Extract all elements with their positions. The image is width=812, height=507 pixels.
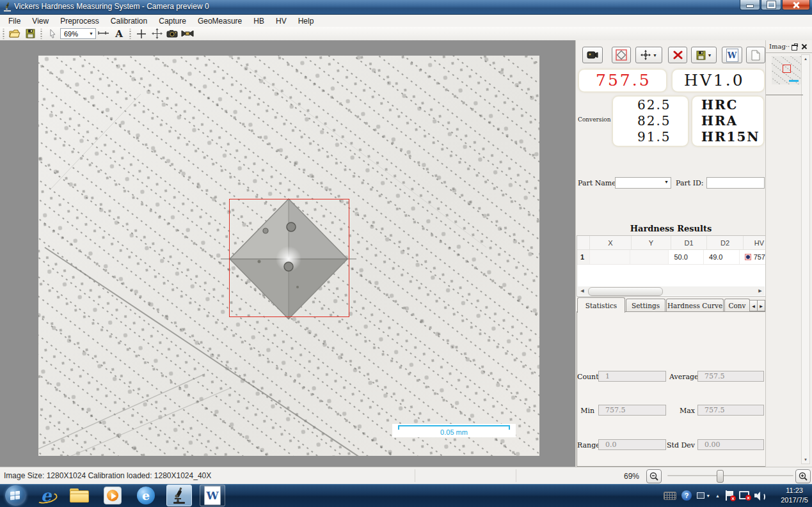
close-panel-icon[interactable] [801,43,808,51]
export-word-button[interactable]: W [722,47,742,63]
menu-file[interactable]: File [3,16,26,26]
scroll-left-icon[interactable]: ◀ [578,286,587,295]
new-document-button[interactable] [746,47,765,63]
crosshair-button[interactable] [134,27,148,40]
col-d2[interactable]: D2 [707,236,744,249]
zoom-slider-thumb[interactable] [717,470,724,483]
show-hidden-icons[interactable]: ▲ [715,494,720,498]
maximize-button[interactable] [761,0,781,10]
taskbar-word-icon[interactable]: W [200,485,225,506]
action-center-icon[interactable]: x [725,490,734,501]
taskbar-mediaplayer-icon[interactable] [100,485,125,506]
help-tray-icon[interactable]: ? [681,490,692,501]
menu-geomeasure[interactable]: GeoMeasure [192,16,248,26]
cell-y [630,250,669,264]
hv-scale: HV1.0 [684,71,745,90]
hscrollbar-thumb[interactable] [588,287,663,296]
conversion-value-hrc: 62.5 [637,97,671,113]
word-icon: W [726,49,738,62]
menu-preprocess[interactable]: Preprocess [54,16,105,26]
menu-help[interactable]: Help [292,16,320,26]
arrow-up-icon[interactable]: ▲ [802,55,809,63]
part-name-combo[interactable]: ▼ [615,177,671,189]
minimize-icon [746,4,754,8]
snapshot-button[interactable] [165,27,179,40]
move-icon [152,28,163,39]
min-label: Min [577,407,594,415]
toolbar-grip[interactable] [2,29,5,39]
menu-calibration[interactable]: Calibration [105,16,153,26]
toolbar-grip[interactable] [40,29,43,39]
tab-strip: Statistics Settings Hardness Curve Conv … [577,297,765,312]
move-stage-button[interactable] [150,27,164,40]
network-tray-icon[interactable]: x [739,491,749,500]
close-icon [792,2,800,8]
arrow-down-icon[interactable]: ▼ [802,456,809,464]
indentation-selection-box[interactable] [229,199,349,317]
browser-e-icon: e [137,487,155,504]
zoom-slider-track[interactable] [667,475,793,476]
delete-result-button[interactable] [668,47,687,63]
zoom-out-button[interactable] [646,469,662,483]
tab-statistics[interactable]: Statistics [577,297,625,313]
live-video-button[interactable] [582,47,603,63]
col-x[interactable]: X [590,236,632,249]
tab-scroll-right[interactable]: ▶ [757,300,765,311]
text-annotation-button[interactable]: A [112,27,126,40]
cursor-icon [49,29,57,38]
select-cursor-button[interactable] [45,27,60,40]
toolbar-grip[interactable] [129,29,132,39]
start-button[interactable] [5,485,26,506]
camera-image[interactable]: 0.05 mm [38,56,539,456]
tab-hardness-curve[interactable]: Hardness Curve [666,299,724,312]
image-thumbnail[interactable] [772,56,801,84]
col-d1[interactable]: D1 [671,236,707,249]
keyboard-tray-icon[interactable] [664,492,676,500]
table-hscrollbar[interactable]: ◀ ▶ [578,286,765,295]
table-row[interactable]: 1 50.0 49.0 757 [577,250,765,265]
taskbar-clock[interactable]: 11:23 2017/7/5 [781,486,808,505]
close-button[interactable] [782,0,810,10]
menu-view[interactable]: View [26,16,54,26]
conversion-units-box: HRC HRA HR15N [692,96,764,146]
zoom-in-button[interactable] [795,469,811,483]
part-id-input[interactable] [706,177,765,189]
measure-indent-button[interactable] [612,47,631,63]
stddev-label: Std Dev [664,441,695,449]
plus-icon [136,29,147,39]
results-table-title: Hardness Results [576,224,766,233]
tab-conversion[interactable]: Conv [724,299,750,312]
scroll-right-icon[interactable]: ▶ [756,286,765,295]
cell-d2: 49.0 [704,250,740,264]
menu-hv[interactable]: HV [270,16,292,26]
col-rownum[interactable] [577,236,590,249]
taskbar-explorer-icon[interactable] [67,485,92,506]
open-button[interactable] [8,27,22,40]
taskbar-browser-icon[interactable]: e [133,485,159,506]
taskbar-hardness-app-icon[interactable] [166,485,192,506]
taskbar-ie-icon[interactable]: e [33,485,59,506]
menu-capture[interactable]: Capture [153,16,192,26]
tab-settings[interactable]: Settings [626,299,665,312]
hv-status-icon [745,254,751,260]
video-capture-button[interactable] [180,27,195,40]
save-button[interactable] [23,27,37,40]
language-bar-icon[interactable]: ▼ [697,492,710,499]
col-hv[interactable]: HV [744,236,765,249]
conversion-value-hr15n: 91.5 [637,129,671,145]
col-y[interactable]: Y [632,236,671,249]
zoom-select[interactable]: 69% ▼ [60,28,96,39]
menu-hb[interactable]: HB [248,16,270,26]
save-results-button[interactable]: ▼ [691,47,717,63]
measure-length-button[interactable] [97,27,111,40]
delete-x-icon [673,51,683,59]
app-icon [3,2,13,12]
image-panel-scrollbar[interactable]: ▲ ▼ [801,54,810,464]
minimize-button[interactable] [740,0,760,10]
camera-viewport: 0.05 mm [0,40,575,467]
volume-tray-icon[interactable] [754,491,765,500]
media-player-icon [104,487,122,504]
float-panel-icon[interactable] [791,43,798,51]
conversion-unit-hrc: HRC [701,97,738,113]
auto-position-button[interactable]: ▼ [635,47,662,63]
